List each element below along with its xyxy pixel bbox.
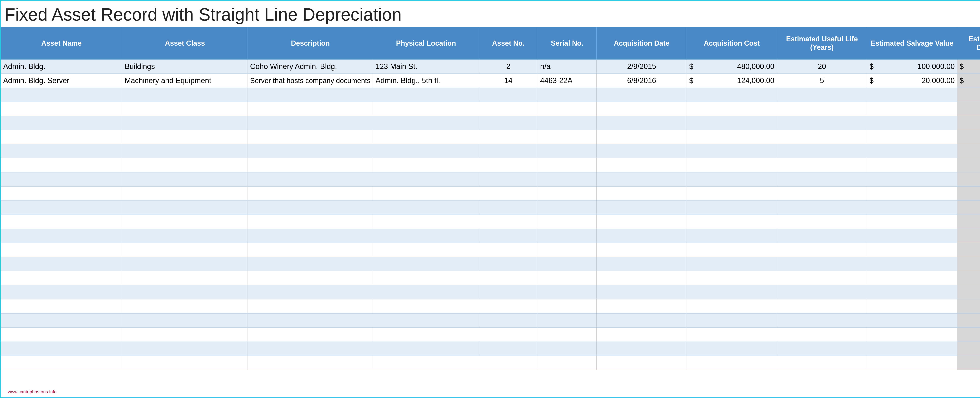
cell-empty[interactable] (373, 116, 479, 130)
cell-empty[interactable] (1, 257, 122, 271)
cell-empty[interactable] (867, 186, 957, 201)
cell-empty[interactable] (687, 172, 777, 186)
cell-empty[interactable] (122, 144, 248, 158)
cell-empty[interactable] (248, 299, 373, 314)
cell-acq-date[interactable]: 2/9/2015 (597, 60, 687, 74)
cell-empty[interactable] (479, 271, 538, 285)
cell-empty[interactable] (867, 215, 957, 229)
cell-empty[interactable] (1, 356, 122, 370)
cell-empty[interactable] (1, 172, 122, 186)
cell-empty[interactable] (687, 144, 777, 158)
cell-empty[interactable] (777, 144, 867, 158)
cell-empty[interactable] (957, 158, 980, 172)
cell-empty[interactable] (777, 186, 867, 201)
col-asset-name[interactable]: Asset Name (1, 27, 122, 60)
cell-empty[interactable] (248, 102, 373, 116)
cell-empty[interactable] (777, 229, 867, 243)
cell-empty[interactable] (687, 271, 777, 285)
cell-empty[interactable] (122, 243, 248, 257)
cell-empty[interactable] (122, 257, 248, 271)
cell-asset-no[interactable]: 14 (479, 74, 538, 88)
cell-money[interactable]: $124,000.00 (687, 74, 777, 88)
cell-empty[interactable] (597, 243, 687, 257)
cell-empty[interactable] (777, 243, 867, 257)
cell-description[interactable]: Coho Winery Admin. Bldg. (248, 60, 373, 74)
cell-empty[interactable] (479, 356, 538, 370)
cell-empty[interactable] (538, 158, 597, 172)
cell-empty[interactable] (777, 102, 867, 116)
cell-empty[interactable] (538, 314, 597, 328)
cell-empty[interactable] (867, 88, 957, 102)
cell-empty[interactable] (867, 144, 957, 158)
cell-empty[interactable] (957, 215, 980, 229)
cell-empty[interactable] (957, 356, 980, 370)
cell-empty[interactable] (479, 116, 538, 130)
cell-empty[interactable] (538, 299, 597, 314)
cell-empty[interactable] (777, 158, 867, 172)
cell-empty[interactable] (538, 116, 597, 130)
cell-empty[interactable] (373, 144, 479, 158)
cell-empty[interactable] (479, 229, 538, 243)
cell-location[interactable]: 123 Main St. (373, 60, 479, 74)
cell-empty[interactable] (248, 158, 373, 172)
cell-empty[interactable] (777, 88, 867, 102)
cell-empty[interactable] (248, 88, 373, 102)
cell-empty[interactable] (777, 130, 867, 144)
cell-empty[interactable] (597, 116, 687, 130)
cell-asset-class[interactable]: Buildings (122, 60, 248, 74)
cell-empty[interactable] (248, 285, 373, 299)
cell-empty[interactable] (122, 102, 248, 116)
col-serial-no[interactable]: Serial No. (538, 27, 597, 60)
cell-empty[interactable] (373, 243, 479, 257)
cell-description[interactable]: Server that hosts company documents (248, 74, 373, 88)
cell-empty[interactable] (373, 257, 479, 271)
cell-acq-date[interactable]: 6/8/2016 (597, 74, 687, 88)
cell-empty[interactable] (248, 314, 373, 328)
cell-money[interactable]: $480,000.00 (687, 60, 777, 74)
cell-empty[interactable] (538, 243, 597, 257)
cell-empty[interactable] (479, 299, 538, 314)
cell-empty[interactable] (957, 314, 980, 328)
cell-empty[interactable] (122, 299, 248, 314)
cell-empty[interactable] (867, 116, 957, 130)
cell-empty[interactable] (957, 271, 980, 285)
cell-empty[interactable] (867, 328, 957, 342)
cell-empty[interactable] (373, 172, 479, 186)
cell-empty[interactable] (248, 116, 373, 130)
cell-empty[interactable] (1, 229, 122, 243)
col-depreciation[interactable]: Estimated Straight-Line Depreciation Val… (957, 27, 980, 60)
cell-empty[interactable] (597, 271, 687, 285)
cell-empty[interactable] (479, 158, 538, 172)
cell-empty[interactable] (597, 342, 687, 356)
cell-empty[interactable] (597, 102, 687, 116)
cell-empty[interactable] (479, 186, 538, 201)
cell-empty[interactable] (867, 271, 957, 285)
cell-empty[interactable] (1, 158, 122, 172)
cell-money[interactable]: $19,000.00 (957, 60, 980, 74)
cell-empty[interactable] (957, 342, 980, 356)
cell-empty[interactable] (597, 356, 687, 370)
cell-empty[interactable] (479, 102, 538, 116)
cell-empty[interactable] (597, 88, 687, 102)
cell-empty[interactable] (538, 328, 597, 342)
cell-empty[interactable] (122, 328, 248, 342)
cell-empty[interactable] (122, 201, 248, 215)
cell-life[interactable]: 5 (777, 74, 867, 88)
cell-empty[interactable] (248, 229, 373, 243)
cell-empty[interactable] (122, 229, 248, 243)
cell-asset-class[interactable]: Machinery and Equipment (122, 74, 248, 88)
cell-empty[interactable] (957, 229, 980, 243)
cell-empty[interactable] (687, 130, 777, 144)
cell-empty[interactable] (248, 271, 373, 285)
cell-empty[interactable] (373, 356, 479, 370)
cell-empty[interactable] (538, 215, 597, 229)
cell-empty[interactable] (479, 328, 538, 342)
cell-empty[interactable] (687, 116, 777, 130)
cell-empty[interactable] (248, 144, 373, 158)
cell-asset-no[interactable]: 2 (479, 60, 538, 74)
cell-empty[interactable] (538, 271, 597, 285)
cell-location[interactable]: Admin. Bldg., 5th fl. (373, 74, 479, 88)
cell-empty[interactable] (867, 158, 957, 172)
cell-serial-no[interactable]: n/a (538, 60, 597, 74)
col-location[interactable]: Physical Location (373, 27, 479, 60)
